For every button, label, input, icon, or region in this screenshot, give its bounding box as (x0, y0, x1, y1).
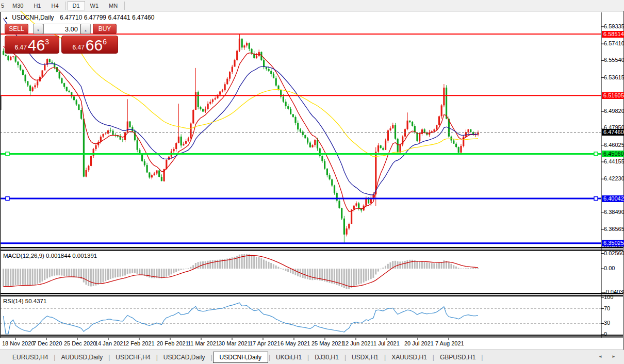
date-tick-label: 25 May 2021 (311, 340, 344, 346)
rsi-indicator-label: RSI(14) 50.4371 (3, 298, 46, 304)
down-arrow-icon: ▼ (37, 29, 40, 32)
timeframe-button-d1[interactable]: D1 (68, 1, 85, 10)
buy-price-prefix: 6.47 (72, 44, 84, 51)
tab-separator: | (344, 354, 346, 361)
chart-tab-ukoil[interactable]: UKOil,H1 (271, 352, 307, 363)
date-tick-label: 6 May 2021 (281, 340, 310, 346)
date-tick-label: 12 Jun 2021 (342, 340, 374, 346)
buy-price-box[interactable]: 6.47666 (61, 36, 118, 54)
date-tick-label: 11 Mar 2021 (188, 340, 219, 346)
date-tick-label: 2 Feb 2021 (126, 340, 155, 346)
date-tick-label: 7 Dec 2020 (33, 340, 62, 346)
level-price-badge: 6.40042 (602, 195, 624, 202)
macd-tick-label: 0.025609 (604, 250, 624, 256)
tab-separator: | (384, 354, 386, 361)
timeframe-toolbar: 5M30H1H4D1W1MN (0, 0, 624, 11)
price-tick-label: 6.55540 (604, 57, 624, 63)
chart-tab-dj30[interactable]: DJ30,H1 (309, 352, 344, 363)
current-price-badge: 6.47460 (602, 129, 624, 136)
date-tick-label: 20 Jul 2021 (404, 340, 434, 346)
chart-tab-usdcnh[interactable]: USDCNH,Daily (213, 352, 268, 363)
date-tick-label: 30 Mar 2021 (219, 340, 251, 346)
timeframe-button-h4[interactable]: H4 (46, 1, 63, 10)
sell-button[interactable]: SELL (5, 24, 28, 34)
rsi-tick-label: 70 (604, 305, 610, 311)
tab-separator: | (156, 354, 158, 361)
macd-indicator-label: MACD(12,26,9) 0.001844 0.001391 (3, 253, 97, 259)
tab-separator: | (54, 354, 55, 361)
date-tick-label: 20 Feb 2021 (157, 340, 189, 346)
chart-window: ▲ USDCNH,Daily 6.47710 6.47799 6.47441 6… (0, 11, 624, 350)
volume-increase-button[interactable]: ▲ (80, 24, 91, 34)
tab-separator: | (108, 354, 110, 361)
tab-separator: | (210, 354, 212, 361)
date-tick-label: 1 Jul 2021 (373, 340, 400, 346)
timeframe-button-h1[interactable]: H1 (28, 1, 46, 10)
chart-tab-gbpusd[interactable]: GBPUSD,H1 (435, 352, 481, 363)
level-price-badge: 6.58514 (602, 31, 624, 38)
level-price-badge: 6.45060 (602, 151, 624, 157)
timeframe-button-m30[interactable]: M30 (7, 1, 28, 10)
date-tick-label: 7 Aug 2021 (435, 340, 464, 346)
trading-platform-window: 5M30H1H4D1W1MN ▲ USDCNH,Daily 6.47710 6.… (0, 0, 624, 364)
sell-price-box[interactable]: 6.47463 (5, 36, 59, 54)
tab-scroll-arrows-icon[interactable]: ◄ ► (598, 354, 620, 359)
date-tick-label: 17 Apr 2021 (250, 340, 280, 346)
timeframe-button-w1[interactable]: W1 (85, 1, 104, 10)
toolbar-separator (124, 2, 125, 10)
timeframe-button-mn[interactable]: MN (104, 1, 123, 10)
price-tick-label: 6.42230 (604, 175, 624, 181)
rsi-tick-label: 100 (604, 294, 613, 300)
timeframe-button-5[interactable]: 5 (0, 1, 7, 10)
buy-price-big: 66 (86, 38, 103, 53)
volume-input[interactable] (43, 24, 80, 34)
chart-tab-usdchf[interactable]: USDCHF,H4 (110, 352, 155, 363)
volume-decrease-button[interactable]: ▼ (33, 24, 43, 34)
chart-tab-bar: EURUSD,H4|AUDUSD,Daily|USDCHF,H4|USDCAD,… (0, 350, 624, 364)
level-price-badge: 6.51605 (602, 92, 624, 99)
price-tick-label: 6.36565 (604, 226, 624, 232)
chart-tab-usdcad[interactable]: USDCAD,Daily (158, 352, 210, 363)
one-click-trading-panel: SELL ▼ ▲ BUY 6.47463 6.47666 (5, 24, 118, 54)
rsi-tick-label: 0 (604, 331, 607, 337)
sell-price-sup: 3 (45, 38, 49, 46)
chart-tab-usdx[interactable]: USDX,H1 (347, 352, 384, 363)
chart-tab-eurusd[interactable]: EURUSD,H4 (7, 352, 53, 363)
level-price-badge: 6.35025 (602, 240, 624, 246)
chart-canvas[interactable] (0, 11, 624, 350)
price-tick-label: 6.46025 (604, 142, 624, 148)
price-tick-label: 6.59335 (604, 23, 624, 29)
price-tick-label: 6.57410 (604, 40, 624, 46)
buy-button[interactable]: BUY (93, 24, 117, 34)
tab-separator: | (307, 354, 309, 361)
price-tick-label: 6.44155 (604, 158, 624, 164)
up-arrow-icon: ▲ (84, 29, 87, 32)
tab-separator: | (269, 354, 270, 361)
date-tick-label: 18 Nov 2020 (2, 340, 34, 346)
symbol-period-label: USDCNH,Daily (12, 14, 54, 21)
collapse-panel-icon[interactable]: ▲ (4, 15, 8, 20)
date-tick-label: 25 Dec 2020 (64, 340, 96, 346)
price-tick-label: 6.53615 (604, 74, 624, 80)
sell-price-big: 46 (28, 38, 45, 53)
price-tick-label: 6.38490 (604, 209, 624, 215)
toolbar-separator (65, 2, 66, 10)
ohlc-values: 6.47710 6.47799 6.47441 6.47460 (60, 14, 155, 21)
date-tick-label: 14 Jan 2021 (95, 340, 126, 346)
chart-tab-audusd[interactable]: AUDUSD,Daily (56, 352, 108, 363)
buy-price-sup: 6 (103, 38, 107, 46)
sell-price-prefix: 6.47 (14, 44, 26, 51)
rsi-tick-label: 30 (604, 320, 610, 326)
chart-tab-xauusd[interactable]: XAUUSD,H1 (386, 352, 432, 363)
price-tick-label: 6.49820 (604, 108, 624, 114)
tab-separator: | (433, 354, 434, 361)
chart-title: ▲ USDCNH,Daily 6.47710 6.47799 6.47441 6… (4, 14, 154, 21)
tab-separator: | (481, 354, 483, 361)
macd-tick-label: 0.00 (604, 265, 615, 271)
